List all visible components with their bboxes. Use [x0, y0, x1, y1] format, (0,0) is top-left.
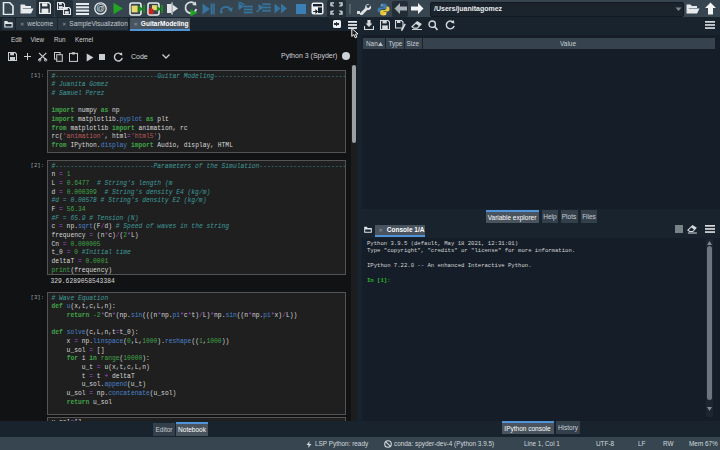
svg-text:@: @: [96, 3, 105, 13]
